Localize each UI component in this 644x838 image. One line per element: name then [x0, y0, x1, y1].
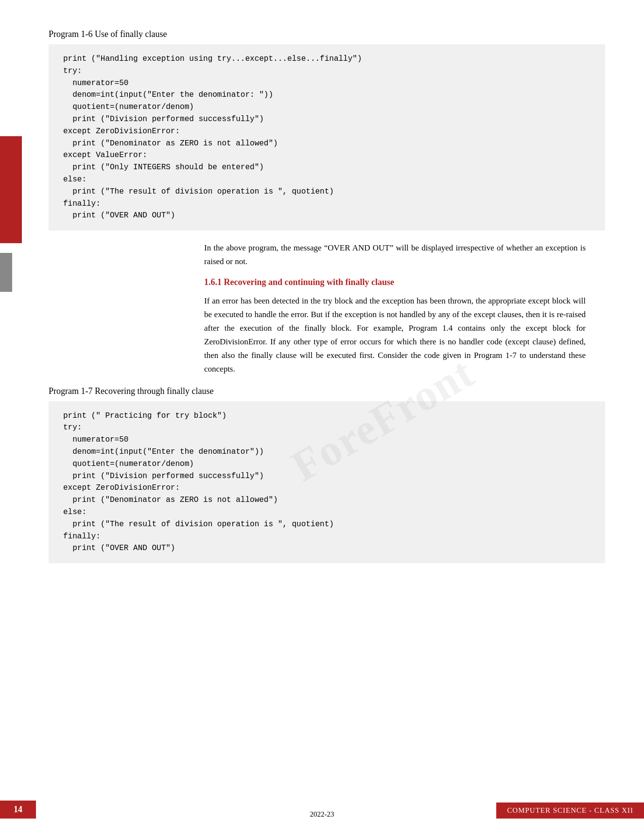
- program2-section: Program 1-7 Recovering through finally c…: [39, 386, 605, 564]
- main-content: Program 1-6 Use of finally clause print …: [39, 29, 605, 563]
- page-footer: 14 2022-23 Computer Science - Class XII: [0, 801, 644, 819]
- description1-text: In the above program, the message “OVER …: [204, 241, 586, 268]
- body-text: If an error has been detected in the try…: [204, 294, 586, 376]
- program1-section: Program 1-6 Use of finally clause print …: [39, 29, 605, 231]
- section-heading: 1.6.1 Recovering and continuing with fin…: [204, 277, 586, 287]
- program1-code: print ("Handling exception using try...e…: [49, 44, 605, 231]
- side-decoration-grey: [0, 253, 12, 292]
- page-container: ForeFront Program 1-6 Use of finally cla…: [0, 0, 644, 838]
- program2-code: print (" Practicing for try block") try:…: [49, 401, 605, 564]
- section-heading-area: 1.6.1 Recovering and continuing with fin…: [204, 277, 586, 376]
- program2-label: Program 1-7 Recovering through finally c…: [49, 386, 605, 396]
- program1-label: Program 1-6 Use of finally clause: [49, 29, 605, 39]
- description1-area: In the above program, the message “OVER …: [204, 241, 586, 268]
- footer-year: 2022-23: [310, 810, 334, 819]
- footer-subject: Computer Science - Class XII: [496, 802, 644, 819]
- footer-page-number: 14: [0, 801, 36, 819]
- side-decoration-red: [0, 136, 22, 243]
